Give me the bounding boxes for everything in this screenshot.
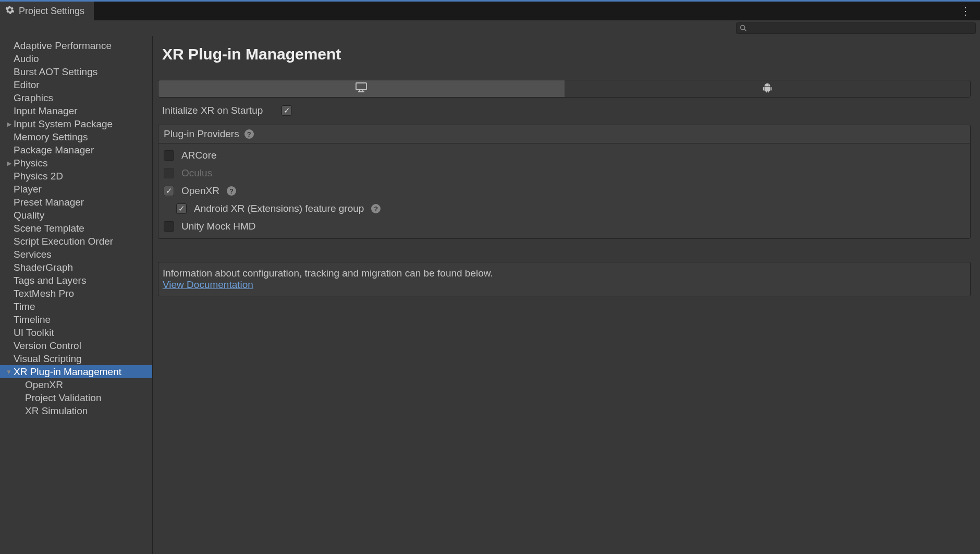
sidebar-item-quality[interactable]: Quality bbox=[0, 209, 152, 222]
sidebar-item-textmesh-pro[interactable]: TextMesh Pro bbox=[0, 287, 152, 300]
tab-standalone[interactable] bbox=[158, 80, 565, 97]
svg-line-1 bbox=[744, 29, 746, 31]
sidebar-item-editor[interactable]: Editor bbox=[0, 78, 152, 91]
help-icon[interactable]: ? bbox=[227, 186, 236, 196]
platform-tabs bbox=[158, 80, 971, 98]
chevron-right-icon: ▶ bbox=[4, 160, 14, 167]
sidebar-item-label: ShaderGraph bbox=[14, 262, 73, 273]
sidebar-item-burst-aot-settings[interactable]: Burst AOT Settings bbox=[0, 65, 152, 78]
search-input[interactable] bbox=[750, 24, 972, 32]
provider-label: Oculus bbox=[181, 167, 212, 179]
info-text: Information about configuration, trackin… bbox=[163, 268, 966, 279]
sidebar-item-label: Services bbox=[14, 249, 52, 260]
sidebar-item-label: Physics 2D bbox=[14, 171, 63, 182]
sidebar-item-version-control[interactable]: Version Control bbox=[0, 339, 152, 352]
sidebar-item-openxr[interactable]: OpenXR bbox=[0, 378, 152, 391]
providers-panel: Plug-in Providers ? ARCoreOculus✓OpenXR?… bbox=[158, 125, 971, 239]
sidebar-item-label: Player bbox=[14, 184, 42, 195]
sidebar-item-adaptive-performance[interactable]: Adaptive Performance bbox=[0, 39, 152, 52]
provider-row-oculus: Oculus bbox=[158, 164, 970, 182]
android-icon bbox=[762, 82, 773, 96]
sidebar-item-label: Version Control bbox=[14, 340, 81, 352]
help-icon[interactable]: ? bbox=[371, 204, 381, 213]
provider-label: ARCore bbox=[181, 150, 217, 161]
sidebar-item-timeline[interactable]: Timeline bbox=[0, 313, 152, 326]
provider-row-openxr: ✓OpenXR? bbox=[158, 182, 970, 200]
sidebar-item-services[interactable]: Services bbox=[0, 248, 152, 261]
sidebar-item-memory-settings[interactable]: Memory Settings bbox=[0, 130, 152, 143]
sidebar-item-label: Graphics bbox=[14, 92, 53, 104]
search-icon bbox=[740, 22, 746, 34]
sidebar-item-label: Script Execution Order bbox=[14, 236, 113, 247]
sidebar: Adaptive PerformanceAudioBurst AOT Setti… bbox=[0, 36, 153, 554]
sidebar-item-player[interactable]: Player bbox=[0, 183, 152, 196]
provider-row-android-xr-extensions-feature-group: ✓Android XR (Extensions) feature group? bbox=[158, 200, 970, 218]
sidebar-item-label: Quality bbox=[14, 210, 44, 221]
titlebar-tab[interactable]: Project Settings bbox=[0, 2, 94, 20]
sidebar-item-label: Editor bbox=[14, 79, 40, 91]
sidebar-item-input-manager[interactable]: Input Manager bbox=[0, 104, 152, 117]
provider-label: Android XR (Extensions) feature group bbox=[194, 203, 364, 214]
sidebar-item-time[interactable]: Time bbox=[0, 300, 152, 313]
sidebar-item-label: Input System Package bbox=[14, 118, 113, 130]
sidebar-item-project-validation[interactable]: Project Validation bbox=[0, 391, 152, 404]
sidebar-item-graphics[interactable]: Graphics bbox=[0, 91, 152, 104]
titlebar: Project Settings ⋮ bbox=[0, 0, 980, 20]
sidebar-item-xr-simulation[interactable]: XR Simulation bbox=[0, 404, 152, 417]
monitor-icon bbox=[355, 82, 368, 96]
sidebar-item-label: Audio bbox=[14, 53, 39, 65]
sidebar-item-preset-manager[interactable]: Preset Manager bbox=[0, 196, 152, 209]
content-panel: XR Plug-in Management Initialize XR on S… bbox=[153, 36, 980, 554]
provider-checkbox[interactable] bbox=[164, 150, 174, 161]
providers-header-label: Plug-in Providers bbox=[164, 128, 239, 140]
sidebar-item-label: Input Manager bbox=[14, 105, 78, 117]
provider-checkbox[interactable] bbox=[164, 221, 174, 232]
sidebar-item-shadergraph[interactable]: ShaderGraph bbox=[0, 261, 152, 274]
provider-checkbox[interactable]: ✓ bbox=[164, 186, 174, 196]
sidebar-item-label: XR Simulation bbox=[25, 405, 88, 417]
init-xr-checkbox[interactable]: ✓ bbox=[281, 105, 292, 116]
gear-icon bbox=[5, 5, 15, 17]
init-xr-row: Initialize XR on Startup ✓ bbox=[158, 102, 971, 119]
provider-row-arcore: ARCore bbox=[158, 147, 970, 164]
providers-header: Plug-in Providers ? bbox=[158, 125, 970, 143]
sidebar-item-script-execution-order[interactable]: Script Execution Order bbox=[0, 235, 152, 248]
sidebar-item-physics-2d[interactable]: Physics 2D bbox=[0, 170, 152, 183]
svg-rect-2 bbox=[356, 83, 366, 90]
providers-body: ARCoreOculus✓OpenXR?✓Android XR (Extensi… bbox=[158, 143, 970, 238]
init-xr-label: Initialize XR on Startup bbox=[162, 105, 263, 116]
provider-checkbox bbox=[164, 168, 174, 178]
sidebar-item-label: UI Toolkit bbox=[14, 327, 54, 339]
kebab-menu-icon[interactable]: ⋮ bbox=[951, 5, 980, 17]
search-box[interactable] bbox=[736, 22, 976, 34]
titlebar-title: Project Settings bbox=[19, 6, 84, 17]
sidebar-item-package-manager[interactable]: Package Manager bbox=[0, 143, 152, 156]
sidebar-item-scene-template[interactable]: Scene Template bbox=[0, 222, 152, 235]
project-settings-window: Project Settings ⋮ Adaptive PerformanceA… bbox=[0, 0, 980, 554]
sidebar-item-label: Adaptive Performance bbox=[14, 40, 112, 52]
sidebar-item-label: Scene Template bbox=[14, 223, 84, 234]
chevron-down-icon: ▼ bbox=[4, 368, 14, 376]
help-icon[interactable]: ? bbox=[244, 129, 254, 139]
sidebar-item-label: TextMesh Pro bbox=[14, 288, 74, 299]
sidebar-item-label: Visual Scripting bbox=[14, 353, 82, 365]
tab-android[interactable] bbox=[565, 80, 971, 97]
provider-label: Unity Mock HMD bbox=[181, 221, 256, 232]
sidebar-item-input-system-package[interactable]: ▶Input System Package bbox=[0, 117, 152, 130]
sidebar-item-xr-plug-in-management[interactable]: ▼XR Plug-in Management bbox=[0, 365, 152, 378]
sidebar-item-label: Physics bbox=[14, 158, 47, 169]
sidebar-item-label: Preset Manager bbox=[14, 197, 84, 208]
sidebar-item-audio[interactable]: Audio bbox=[0, 52, 152, 65]
sidebar-item-ui-toolkit[interactable]: UI Toolkit bbox=[0, 326, 152, 339]
sidebar-item-label: Time bbox=[14, 301, 35, 312]
sidebar-item-tags-and-layers[interactable]: Tags and Layers bbox=[0, 274, 152, 287]
search-row bbox=[0, 20, 980, 36]
sidebar-item-physics[interactable]: ▶Physics bbox=[0, 156, 152, 170]
view-documentation-link[interactable]: View Documentation bbox=[163, 279, 253, 290]
sidebar-item-label: Burst AOT Settings bbox=[14, 66, 97, 78]
sidebar-item-label: Memory Settings bbox=[14, 131, 88, 143]
provider-row-unity-mock-hmd: Unity Mock HMD bbox=[158, 218, 970, 235]
sidebar-item-visual-scripting[interactable]: Visual Scripting bbox=[0, 352, 152, 365]
chevron-right-icon: ▶ bbox=[4, 121, 14, 128]
provider-checkbox[interactable]: ✓ bbox=[176, 203, 187, 214]
